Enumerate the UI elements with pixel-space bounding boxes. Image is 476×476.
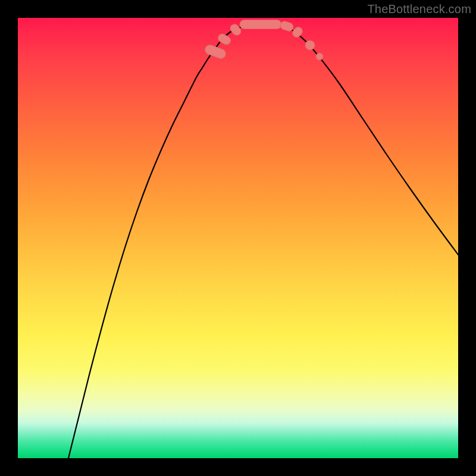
marker-capsule [203,43,227,60]
chart-plot-area [18,18,458,458]
watermark-text: TheBottleneck.com [367,2,471,16]
chart-svg [18,18,458,458]
marker-dot [316,53,323,60]
chart-frame: TheBottleneck.com [0,0,476,476]
marker-dot [305,40,315,50]
curve-path [68,24,458,458]
marker-capsule [240,20,281,29]
bottleneck-curve [68,24,458,458]
